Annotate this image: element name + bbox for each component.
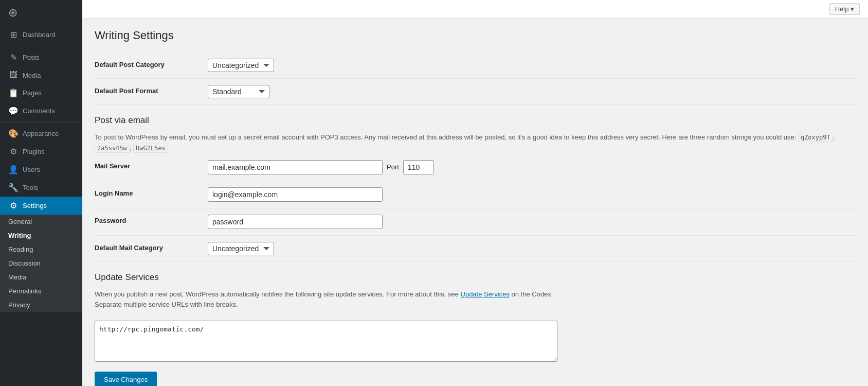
page-title: Writing Settings [95,29,856,42]
sidebar-divider-2 [0,122,82,122]
post-via-email-description: To post to WordPress by email, you must … [95,132,856,154]
password-label: Password [95,215,208,224]
submenu-discussion[interactable]: Discussion [0,256,82,270]
pages-icon: 📋 [8,88,19,98]
mail-server-input[interactable] [208,160,383,174]
default-post-category-row: Default Post Category Uncategorized [95,52,856,79]
default-post-category-select[interactable]: Uncategorized [208,59,274,72]
submenu-writing[interactable]: Writing [0,229,82,242]
port-label: Port [387,163,399,171]
update-services-link[interactable]: Update Services [461,290,510,298]
update-services-title: Update Services [95,272,856,287]
port-input[interactable] [403,160,434,174]
submenu-privacy[interactable]: Privacy [0,298,82,312]
default-post-format-select[interactable]: Standard Aside Image Video Quote Link [208,85,269,98]
default-post-format-row: Default Post Format Standard Aside Image… [95,79,856,105]
login-name-label: Login Name [95,187,208,197]
default-mail-category-label: Default Mail Category [95,242,208,252]
submenu-media[interactable]: Media [0,270,82,284]
posts-icon: ✎ [8,52,19,62]
mail-server-row: Mail Server Port [95,154,856,181]
users-icon: 👤 [8,165,19,174]
default-mail-category-row: Default Mail Category Uncategorized [95,236,856,262]
plugins-icon: ⚙ [8,147,19,156]
password-field [208,215,856,229]
default-post-category-field: Uncategorized [208,59,856,72]
update-services-description: When you publish a new post, WordPress a… [95,289,557,311]
default-mail-category-field: Uncategorized [208,242,856,255]
sidebar-item-comments[interactable]: 💬 Comments [0,102,82,120]
default-post-category-label: Default Post Category [95,59,208,68]
login-name-row: Login Name [95,181,856,208]
settings-submenu: General Writing Reading Discussion Media… [0,215,82,312]
sidebar-divider [0,46,82,46]
sidebar-item-pages[interactable]: 📋 Pages [0,84,82,102]
tools-icon: 🔧 [8,183,19,192]
sidebar-item-dashboard[interactable]: ⊞ Dashboard [0,26,82,44]
sidebar-item-settings[interactable]: ⚙ Settings ▶ [0,197,82,215]
wp-logo: ⊕ [0,0,82,26]
random-string-1: qZoxyp9T [798,133,833,142]
default-post-format-field: Standard Aside Image Video Quote Link [208,85,856,98]
post-via-email-title: Post via email [95,115,856,130]
password-input[interactable] [208,215,383,229]
submenu-reading[interactable]: Reading [0,242,82,256]
mail-server-field: Port [208,160,856,174]
media-icon: 🖼 [8,71,19,80]
sidebar-item-media[interactable]: 🖼 Media [0,66,82,84]
top-bar: Help ▾ [82,0,868,19]
login-name-input[interactable] [208,187,383,202]
sidebar-item-posts[interactable]: ✎ Posts [0,48,82,66]
sidebar-item-tools[interactable]: 🔧 Tools [0,179,82,197]
password-row: Password [95,208,856,236]
default-mail-category-select[interactable]: Uncategorized [208,242,274,255]
sidebar: ⊕ ⊞ Dashboard ✎ Posts 🖼 Media 📋 Pages 💬 … [0,0,82,386]
main-content: Help ▾ Writing Settings Default Post Cat… [82,0,868,386]
settings-icon: ⚙ [8,201,19,210]
sidebar-item-plugins[interactable]: ⚙ Plugins [0,143,82,161]
update-services-textarea[interactable]: http://rpc.pingomatic.com/ [95,321,557,362]
submenu-general[interactable]: General [0,215,82,229]
save-changes-button[interactable]: Save Changes [95,372,157,386]
sidebar-item-appearance[interactable]: 🎨 Appearance [0,125,82,143]
random-string-3: UwG2L5es [133,144,168,153]
default-post-format-label: Default Post Format [95,85,208,95]
content-area: Writing Settings Default Post Category U… [82,19,868,386]
settings-arrow: ▶ [68,201,74,210]
appearance-icon: 🎨 [8,129,19,138]
submenu-permalinks[interactable]: Permalinks [0,284,82,298]
dashboard-icon: ⊞ [8,30,19,40]
comments-icon: 💬 [8,106,19,116]
random-string-2: 2a5sv45w [95,144,130,153]
sidebar-item-users[interactable]: 👤 Users [0,161,82,179]
help-button[interactable]: Help ▾ [829,3,860,15]
mail-server-label: Mail Server [95,160,208,170]
login-name-field [208,187,856,202]
